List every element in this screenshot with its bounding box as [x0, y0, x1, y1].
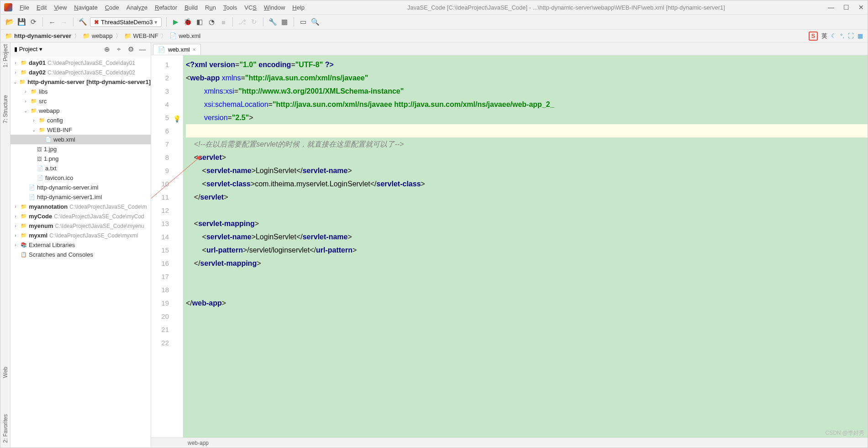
- back-icon[interactable]: ←: [47, 17, 57, 26]
- menu-code[interactable]: Code: [105, 4, 119, 11]
- avd-icon[interactable]: ▭: [299, 17, 308, 26]
- ime-lang[interactable]: 英: [821, 32, 827, 40]
- menu-navigate[interactable]: Navigate: [74, 4, 97, 11]
- save-icon[interactable]: 💾: [17, 17, 26, 26]
- menu-build[interactable]: Build: [184, 4, 198, 11]
- intention-bulb-icon[interactable]: 💡: [173, 112, 181, 126]
- crumb-module[interactable]: 📁 http-dynamic-server: [5, 32, 71, 39]
- forward-icon[interactable]: →: [59, 17, 68, 26]
- crumb-webinf[interactable]: 📁 WEB-INF: [124, 32, 158, 39]
- breadcrumb: 📁 http-dynamic-server 〉 📁 webapp 〉 📁 WEB…: [0, 30, 868, 42]
- refresh-icon[interactable]: ⟳: [29, 17, 38, 26]
- menu-analyze[interactable]: Analyze: [126, 4, 147, 11]
- menu-file[interactable]: File: [20, 4, 29, 11]
- tab-structure[interactable]: 7: Structure: [2, 95, 9, 123]
- left-tool-tabs: 1: Project 7: Structure Web 2: Favorites: [0, 42, 11, 448]
- watermark: CSDN @李好秀: [825, 429, 864, 437]
- grid-icon[interactable]: ▦: [857, 32, 863, 39]
- project-panel: ▮ Project ▾ ⊕ ÷ ⚙ — ›📁day01 C:\IdeaProje…: [11, 42, 151, 448]
- git-icon[interactable]: ⎇: [237, 17, 247, 26]
- close-tab-icon[interactable]: ×: [193, 47, 196, 53]
- app-logo-icon: [4, 3, 12, 11]
- locate-icon[interactable]: ⊕: [102, 45, 111, 54]
- tab-favorites[interactable]: 2: Favorites: [2, 414, 9, 443]
- crop-icon[interactable]: ⛶: [848, 32, 854, 39]
- menu-help[interactable]: Help: [292, 4, 305, 11]
- minimize-button[interactable]: —: [828, 4, 834, 11]
- project-tree[interactable]: ›📁day01 C:\IdeaProject\JavaSE_Code\day01…: [11, 56, 151, 448]
- window-title: JavaSE_Code [C:\IdeaProject\JavaSE_Code]…: [305, 4, 828, 11]
- open-icon[interactable]: 📂: [5, 17, 14, 26]
- hide-icon[interactable]: —: [138, 45, 147, 54]
- menu-edit[interactable]: Edit: [37, 4, 47, 11]
- maximize-button[interactable]: ☐: [843, 4, 849, 11]
- run-config-name: ThreadStateDemo3: [101, 19, 153, 26]
- error-icon: ✖: [94, 19, 99, 26]
- profile-icon[interactable]: ◔: [207, 17, 216, 26]
- editor-tab-webxml[interactable]: 📄 web.xml ×: [153, 44, 201, 55]
- coverage-icon[interactable]: ◧: [195, 17, 204, 26]
- run-icon[interactable]: ▶: [171, 17, 180, 26]
- crumb-webapp[interactable]: 📁 webapp: [83, 32, 113, 39]
- tab-web[interactable]: Web: [2, 367, 9, 378]
- run-config-selector[interactable]: ✖ ThreadStateDemo3 ▾: [90, 17, 162, 27]
- menu-view[interactable]: View: [54, 4, 67, 11]
- titlebar: File Edit View Navigate Code Analyze Ref…: [0, 0, 868, 14]
- punct-icon[interactable]: °,: [840, 32, 844, 39]
- debug-icon[interactable]: 🐞: [183, 17, 192, 26]
- build-icon[interactable]: 🔨: [78, 17, 87, 26]
- main-menu: File Edit View Navigate Code Analyze Ref…: [20, 4, 305, 11]
- chevron-down-icon: ▾: [154, 19, 158, 26]
- tree-selected-file: 📄web.xml: [11, 135, 151, 144]
- crumb-file[interactable]: 📄 web.xml: [169, 32, 200, 39]
- sogou-ime-icon[interactable]: S: [809, 32, 818, 41]
- close-button[interactable]: ✕: [858, 4, 864, 11]
- tab-project[interactable]: 1: Project: [2, 44, 9, 68]
- editor-breadcrumb: web-app CSDN @李好秀: [151, 437, 868, 448]
- gear-icon[interactable]: ⚙: [126, 45, 135, 54]
- collapse-icon[interactable]: ÷: [114, 45, 123, 54]
- structure-icon[interactable]: ▦: [280, 17, 289, 26]
- menu-window[interactable]: Window: [264, 4, 285, 11]
- xml-file-icon: 📄: [158, 46, 165, 53]
- code-editor[interactable]: 12345678910111213141516171819202122 💡 <?…: [151, 55, 868, 437]
- menu-vcs[interactable]: VCS: [244, 4, 257, 11]
- settings-icon[interactable]: 🔧: [268, 17, 277, 26]
- project-view-selector[interactable]: ▮ Project ▾: [14, 46, 42, 53]
- search-icon[interactable]: 🔍: [310, 17, 320, 26]
- stop-icon[interactable]: ■: [219, 17, 228, 26]
- menu-run[interactable]: Run: [205, 4, 216, 11]
- toolbar: 📂 💾 ⟳ ← → 🔨 ✖ ThreadStateDemo3 ▾ ▶ 🐞 ◧ ◔…: [0, 14, 868, 30]
- line-gutter: 12345678910111213141516171819202122 💡: [151, 55, 183, 437]
- menu-refactor[interactable]: Refactor: [155, 4, 177, 11]
- menu-tools[interactable]: Tools: [223, 4, 237, 11]
- editor-area: 📄 web.xml × 1234567891011121314151617181…: [151, 42, 868, 448]
- update-icon[interactable]: ↻: [249, 17, 258, 26]
- moon-icon[interactable]: ☾: [831, 32, 836, 39]
